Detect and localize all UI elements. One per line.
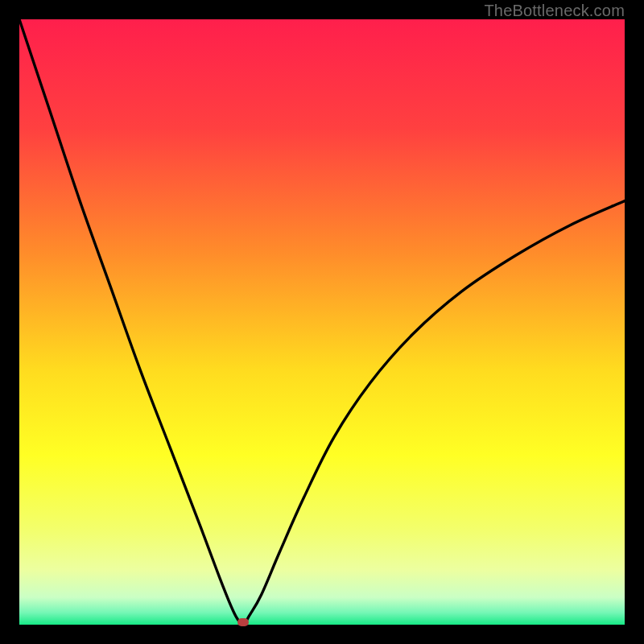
curve-layer bbox=[19, 19, 625, 625]
bottleneck-curve bbox=[19, 19, 625, 625]
chart-frame: TheBottleneck.com bbox=[0, 0, 644, 644]
watermark-text: TheBottleneck.com bbox=[484, 2, 625, 20]
plot-area bbox=[19, 19, 625, 625]
minimum-marker bbox=[237, 618, 249, 626]
